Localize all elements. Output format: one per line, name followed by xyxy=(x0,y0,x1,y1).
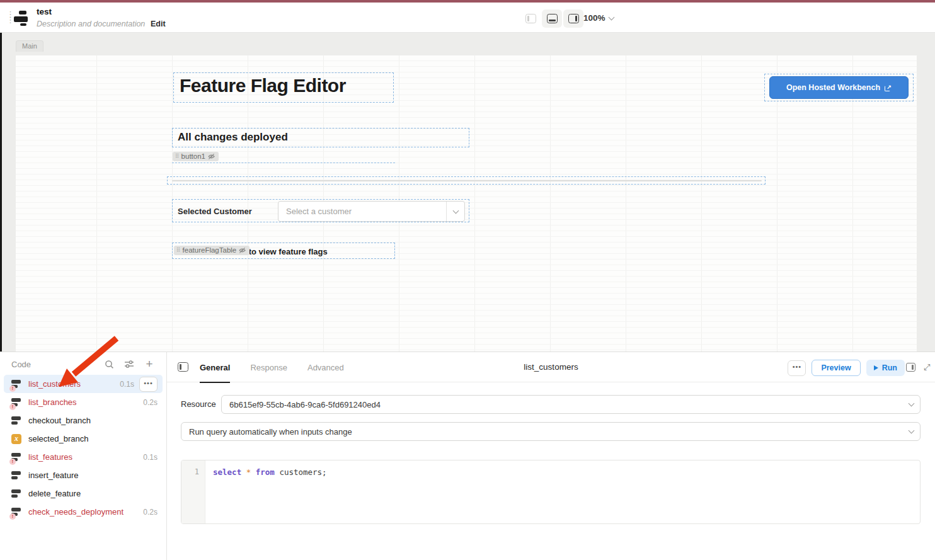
resource-value: 6b615ef9-55cb-4ab6-9ca6-5fd691240ed4 xyxy=(222,400,902,409)
query-duration: 0.2s xyxy=(143,508,158,517)
resource-query-icon: ! xyxy=(11,452,22,462)
resource-label: Resource xyxy=(181,399,216,409)
resource-query-icon xyxy=(11,416,22,426)
canvas-area: Main Feature Flag Editor Open Hosted Wor… xyxy=(0,33,935,351)
add-query-icon[interactable]: + xyxy=(144,358,155,370)
feature-flag-table-widget[interactable]: r to view feature flags ⠿ featureFlagTab… xyxy=(172,243,395,259)
run-mode-value: Run query automatically when inputs chan… xyxy=(181,427,902,437)
divider-line xyxy=(172,180,762,181)
query-editor-panel: General Response Advanced list_customers… xyxy=(167,352,935,560)
open-workbench-label: Open Hosted Workbench xyxy=(786,83,880,92)
resource-query-icon xyxy=(11,489,22,499)
error-badge: ! xyxy=(9,513,16,520)
deploy-status-text: All changes deployed xyxy=(178,131,288,144)
canvas-frame[interactable]: Feature Flag Editor Open Hosted Workbenc… xyxy=(16,55,917,351)
chevron-down-icon xyxy=(908,401,914,407)
page-title: Feature Flag Editor xyxy=(180,75,346,96)
deploy-status-widget[interactable]: All changes deployed xyxy=(172,128,469,147)
customer-select-label: Selected Customer xyxy=(178,207,252,216)
button1-tag-label: button1 xyxy=(181,152,205,160)
bottom-panels: Code + ! list_customers 0.1s ••• ! list_… xyxy=(0,351,935,560)
query-row-check-needs-deployment[interactable]: ! check_needs_deployment 0.2s xyxy=(4,503,163,521)
toggle-left-panel-icon[interactable] xyxy=(520,9,541,28)
zoom-select[interactable]: 100% xyxy=(583,13,614,23)
button1-selection-edge xyxy=(172,163,395,163)
code-panel-title: Code xyxy=(11,360,31,369)
run-mode-select[interactable]: Run query automatically when inputs chan… xyxy=(181,422,921,441)
error-badge: ! xyxy=(9,386,16,392)
variable-icon: x xyxy=(11,434,21,444)
drag-handle-icon: ⠿ xyxy=(176,247,180,253)
query-editor-header: General Response Advanced list_customers… xyxy=(167,352,935,382)
resource-query-icon: ! xyxy=(11,379,22,389)
code-panel: Code + ! list_customers 0.1s ••• ! list_… xyxy=(0,352,167,560)
panel-toggles xyxy=(520,9,583,28)
chevron-down-icon xyxy=(452,207,459,214)
toggle-bottom-panel-icon[interactable] xyxy=(542,9,562,28)
error-badge: ! xyxy=(9,404,16,410)
code-panel-header: Code + xyxy=(0,356,166,374)
resource-query-icon: ! xyxy=(11,507,22,517)
workbench-widget[interactable]: Open Hosted Workbench ↗ xyxy=(764,74,914,101)
customer-select-widget[interactable]: Selected Customer Select a customer xyxy=(172,199,469,222)
sql-code-line[interactable]: select * from customers; xyxy=(205,460,920,523)
query-row-checkout-branch[interactable]: checkout_branch xyxy=(4,411,163,430)
table-tag-label: featureFlagTable xyxy=(183,246,237,254)
sql-operator: * xyxy=(246,467,251,477)
sql-editor[interactable]: 1 select * from customers; xyxy=(181,460,921,524)
query-row-insert-feature[interactable]: insert_feature xyxy=(4,466,163,484)
open-workbench-button[interactable]: Open Hosted Workbench ↗ xyxy=(769,76,909,99)
customer-select[interactable]: Select a customer xyxy=(278,201,465,222)
button1-widget-tag[interactable]: ⠿ button1 xyxy=(173,152,219,161)
query-row-list-branches[interactable]: ! list_branches 0.2s xyxy=(4,393,163,411)
line-number-gutter: 1 xyxy=(181,460,205,523)
query-list: ! list_customers 0.1s ••• ! list_branche… xyxy=(0,375,166,521)
sql-identifier: customers; xyxy=(279,467,326,477)
error-badge: ! xyxy=(9,459,16,465)
toggle-right-pane-icon[interactable] xyxy=(906,363,915,372)
app-subtitle: Description and documentation xyxy=(37,20,145,28)
drag-handle-icon: ⠿ xyxy=(175,153,179,159)
expand-icon[interactable]: ⤢ xyxy=(924,363,932,371)
query-row-selected-branch[interactable]: x selected_branch xyxy=(4,430,163,448)
chevron-down-icon xyxy=(908,428,914,434)
query-duration: 0.2s xyxy=(143,398,158,407)
query-editor-body: Resource 6b615ef9-55cb-4ab6-9ca6-5fd6912… xyxy=(167,382,935,560)
sql-keyword: select xyxy=(213,467,241,477)
app-logo-icon[interactable] xyxy=(14,11,28,26)
filter-sliders-icon[interactable] xyxy=(123,358,135,370)
query-more-button[interactable]: ••• xyxy=(788,360,806,376)
hidden-eye-icon xyxy=(208,153,215,160)
resource-query-icon: ! xyxy=(11,397,22,408)
query-row-list-features[interactable]: ! list_features 0.1s xyxy=(4,448,163,466)
sql-keyword: from xyxy=(256,467,275,477)
row-more-button[interactable]: ••• xyxy=(139,377,158,392)
play-icon xyxy=(874,365,878,370)
query-duration: 0.1s xyxy=(143,453,158,462)
edit-description-button[interactable]: Edit xyxy=(151,20,166,28)
resource-query-icon xyxy=(11,471,22,481)
title-widget[interactable]: Feature Flag Editor xyxy=(173,72,394,103)
zoom-value: 100% xyxy=(583,13,605,23)
query-row-delete-feature[interactable]: delete_feature xyxy=(4,484,163,503)
hidden-eye-icon xyxy=(239,247,246,254)
app-header: ⋮⋮ test Description and documentation Ed… xyxy=(0,3,935,33)
resource-select[interactable]: 6b615ef9-55cb-4ab6-9ca6-5fd691240ed4 xyxy=(221,395,921,414)
divider-widget[interactable] xyxy=(167,176,766,185)
preview-button[interactable]: Preview xyxy=(812,360,860,376)
query-row-list-customers[interactable]: ! list_customers 0.1s ••• xyxy=(4,375,163,393)
external-link-icon: ↗ xyxy=(885,84,892,91)
app-title: test xyxy=(37,7,52,16)
toggle-right-panel-icon[interactable] xyxy=(563,9,583,28)
run-label: Run xyxy=(882,363,897,372)
search-icon[interactable] xyxy=(103,358,115,370)
customer-select-placeholder: Select a customer xyxy=(278,207,446,216)
feature-flag-table-tag[interactable]: ⠿ featureFlagTable xyxy=(174,246,250,255)
frame-tab-main[interactable]: Main xyxy=(16,40,43,52)
select-chevron-cell[interactable] xyxy=(446,202,464,221)
run-button[interactable]: Run xyxy=(866,360,905,376)
table-caption-fragment: r to view feature flags xyxy=(243,247,328,256)
chevron-down-icon xyxy=(608,14,614,20)
left-edge-strip xyxy=(0,33,2,351)
query-duration: 0.1s xyxy=(120,380,134,389)
